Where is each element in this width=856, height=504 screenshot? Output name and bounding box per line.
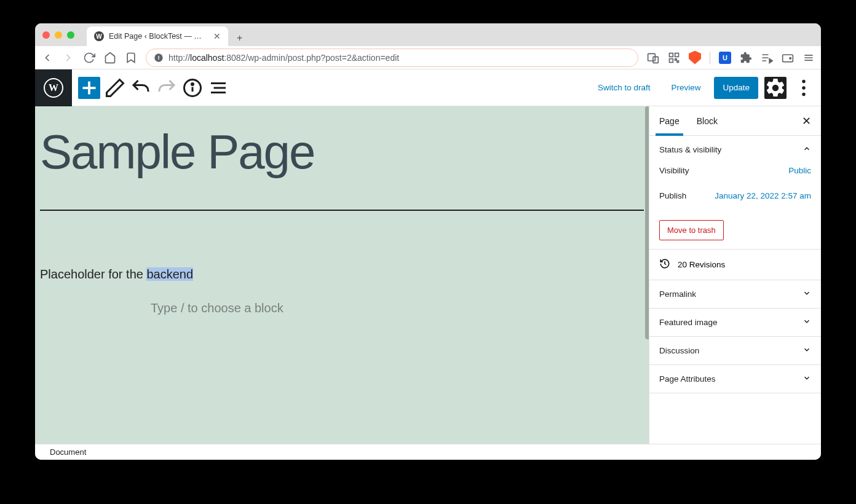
close-window-button[interactable] <box>42 31 50 39</box>
featured-image-panel: Featured image <box>649 309 821 337</box>
discussion-toggle[interactable]: Discussion <box>659 345 811 356</box>
svg-marker-12 <box>769 58 772 63</box>
url-input[interactable]: ! http://localhost:8082/wp-admin/post.ph… <box>146 49 638 67</box>
reload-button[interactable] <box>83 52 95 64</box>
editor-toolbar: W Switch to draft Preview Update <box>35 69 821 106</box>
svg-rect-3 <box>653 57 658 63</box>
page-attributes-toggle[interactable]: Page Attributes <box>659 374 811 384</box>
status-visibility-toggle[interactable]: Status & visibility <box>659 144 811 155</box>
permalink-toggle[interactable]: Permalink <box>659 289 811 299</box>
svg-rect-4 <box>670 53 673 57</box>
sidebar-tabs: Page Block ✕ <box>649 106 821 136</box>
editor-canvas-wrap[interactable]: Sample Page Placeholder for the backend … <box>35 106 649 444</box>
bookmark-button[interactable] <box>125 52 137 64</box>
update-button[interactable]: Update <box>714 77 758 99</box>
responsive-icon[interactable] <box>647 52 659 64</box>
history-icon <box>659 258 670 271</box>
extensions-icon[interactable] <box>740 52 752 64</box>
revisions-label: 20 Revisions <box>678 260 725 269</box>
svg-rect-7 <box>675 58 677 60</box>
tab-page[interactable]: Page <box>659 106 680 135</box>
browser-menu-icon[interactable] <box>802 52 815 64</box>
featured-image-label: Featured image <box>659 318 718 327</box>
editor-statusbar: Document <box>35 444 821 460</box>
page-attributes-label: Page Attributes <box>659 374 716 384</box>
chevron-up-icon <box>802 144 811 155</box>
home-button[interactable] <box>104 52 116 64</box>
featured-image-toggle[interactable]: Featured image <box>659 317 811 328</box>
svg-point-14 <box>790 57 791 59</box>
publish-label: Publish <box>659 191 686 200</box>
playlist-icon[interactable] <box>761 52 773 64</box>
url-text: http://localhost:8082/wp-admin/post.php?… <box>168 53 630 63</box>
browser-tab[interactable]: W Edit Page ‹ BlockTest — WordPr ✕ <box>87 26 228 46</box>
editor-body: Sample Page Placeholder for the backend … <box>35 106 821 444</box>
bitwarden-icon[interactable]: U <box>719 52 731 64</box>
breadcrumb[interactable]: Document <box>50 447 86 457</box>
more-options-button[interactable] <box>793 77 815 99</box>
browser-window: W Edit Page ‹ BlockTest — WordPr ✕ + ! h… <box>35 23 821 460</box>
toolbar-right: Switch to draft Preview Update <box>590 77 815 99</box>
site-info-icon[interactable]: ! <box>154 53 164 63</box>
svg-text:!: ! <box>157 55 159 61</box>
settings-toggle-button[interactable] <box>764 77 787 99</box>
titlebar: W Edit Page ‹ BlockTest — WordPr ✕ + <box>35 23 821 46</box>
status-visibility-panel: Status & visibility Visibility Public Pu… <box>649 136 821 250</box>
discussion-label: Discussion <box>659 346 699 355</box>
add-block-button[interactable] <box>78 77 100 99</box>
outline-button[interactable] <box>207 77 229 99</box>
svg-rect-8 <box>677 61 679 63</box>
wordpress-logo-button[interactable]: W <box>35 69 72 106</box>
visibility-row: Visibility Public <box>659 166 811 175</box>
editor-canvas: Sample Page Placeholder for the backend … <box>40 125 644 315</box>
switch-to-draft-button[interactable]: Switch to draft <box>590 77 658 99</box>
wordpress-favicon: W <box>94 31 104 41</box>
forward-button[interactable] <box>62 52 74 64</box>
visibility-label: Visibility <box>659 166 689 175</box>
chevron-down-icon <box>802 345 811 356</box>
browser-extension-icons: U <box>647 52 815 64</box>
tab-close-icon[interactable]: ✕ <box>213 31 221 41</box>
back-button[interactable] <box>41 52 54 64</box>
publish-row: Publish January 22, 2022 2:57 am <box>659 191 811 200</box>
minimize-window-button[interactable] <box>55 31 62 39</box>
edit-mode-button[interactable] <box>104 77 126 99</box>
brave-shield-icon[interactable] <box>689 52 701 64</box>
info-button[interactable] <box>181 77 204 99</box>
divider <box>710 52 710 64</box>
wordpress-editor: W Switch to draft Preview Update <box>35 69 821 460</box>
tab-block[interactable]: Block <box>697 106 718 135</box>
svg-point-28 <box>802 92 805 95</box>
undo-button[interactable] <box>130 77 152 99</box>
chevron-down-icon <box>802 374 811 384</box>
redo-button[interactable] <box>156 77 178 99</box>
publish-value[interactable]: January 22, 2022 2:57 am <box>715 191 811 200</box>
address-bar: ! http://localhost:8082/wp-admin/post.ph… <box>35 46 821 69</box>
status-visibility-body: Visibility Public Publish January 22, 20… <box>659 166 811 240</box>
new-tab-button[interactable]: + <box>233 30 246 46</box>
svg-point-27 <box>802 86 805 89</box>
preview-button[interactable]: Preview <box>664 77 708 99</box>
permalink-label: Permalink <box>659 289 696 299</box>
maximize-window-button[interactable] <box>67 31 74 39</box>
qr-icon[interactable] <box>668 52 680 64</box>
tabstrip: W Edit Page ‹ BlockTest — WordPr ✕ + <box>87 23 246 46</box>
chevron-down-icon <box>802 289 811 299</box>
tab-title: Edit Page ‹ BlockTest — WordPr <box>109 32 208 41</box>
paragraph-block[interactable]: Placeholder for the backend <box>40 267 644 282</box>
page-title-input[interactable]: Sample Page <box>40 125 644 180</box>
svg-rect-2 <box>648 53 656 61</box>
wallet-icon[interactable] <box>782 52 794 64</box>
chevron-down-icon <box>802 317 811 328</box>
visibility-value[interactable]: Public <box>788 166 811 175</box>
revisions-panel[interactable]: 20 Revisions <box>649 250 821 280</box>
svg-point-26 <box>802 79 805 82</box>
separator-block[interactable] <box>40 210 644 211</box>
close-sidebar-button[interactable]: ✕ <box>802 114 811 128</box>
permalink-panel: Permalink <box>649 280 821 309</box>
page-attributes-panel: Page Attributes <box>649 365 821 393</box>
scrollbar-vertical[interactable] <box>645 106 649 339</box>
move-to-trash-button[interactable]: Move to trash <box>659 220 724 240</box>
empty-block-placeholder[interactable]: Type / to choose a block <box>40 301 644 315</box>
svg-point-22 <box>192 83 194 85</box>
